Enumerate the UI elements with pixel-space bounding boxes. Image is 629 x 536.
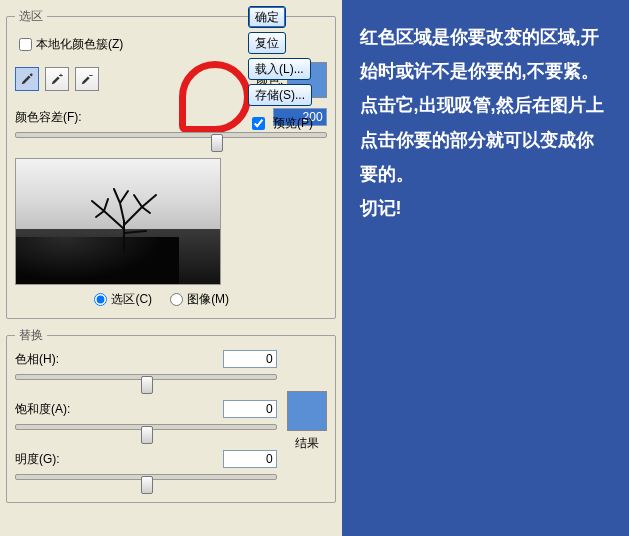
localize-label: 本地化颜色簇(Z): [36, 36, 123, 53]
preview-checkbox[interactable]: [252, 117, 265, 130]
replace-legend: 替换: [15, 327, 47, 344]
eyedropper-icon[interactable]: [15, 67, 39, 91]
annotation-panel: 红色区域是你要改变的区域,开始时或许不是你要的,不要紧。点击它,出现吸管,然后在…: [342, 0, 629, 536]
radio-image[interactable]: 图像(M): [170, 291, 229, 308]
radio-selection[interactable]: 选区(C): [94, 291, 152, 308]
sat-input[interactable]: [223, 400, 277, 418]
lig-label: 明度(G):: [15, 451, 73, 468]
lig-slider[interactable]: [15, 474, 277, 492]
sat-label: 饱和度(A):: [15, 401, 73, 418]
button-column: 确定 复位 载入(L)... 存储(S)... 预览(P): [248, 6, 344, 133]
localize-checkbox[interactable]: [19, 38, 32, 51]
fuzziness-slider[interactable]: [15, 132, 327, 150]
sat-slider[interactable]: [15, 424, 277, 442]
ok-button[interactable]: 确定: [248, 6, 286, 28]
replace-group: 替换 色相(H): 饱和度(A): 明度(G): 结果: [6, 327, 336, 503]
annotation-text: 红色区域是你要改变的区域,开始时或许不是你要的,不要紧。点击它,出现吸管,然后在…: [360, 20, 611, 225]
load-button[interactable]: 载入(L)...: [248, 58, 311, 80]
hue-input[interactable]: [223, 350, 277, 368]
save-button[interactable]: 存储(S)...: [248, 84, 312, 106]
hue-label: 色相(H):: [15, 351, 73, 368]
result-swatch[interactable]: [287, 391, 327, 431]
fuzziness-label: 颜色容差(F):: [15, 109, 85, 126]
lig-input[interactable]: [223, 450, 277, 468]
preview-label: 预览(P): [273, 115, 313, 132]
eyedropper-plus-icon[interactable]: [45, 67, 69, 91]
result-label: 结果: [287, 435, 327, 452]
reset-button[interactable]: 复位: [248, 32, 286, 54]
selection-legend: 选区: [15, 8, 47, 25]
hue-slider[interactable]: [15, 374, 277, 392]
eyedropper-minus-icon[interactable]: [75, 67, 99, 91]
selection-preview: [15, 158, 221, 285]
